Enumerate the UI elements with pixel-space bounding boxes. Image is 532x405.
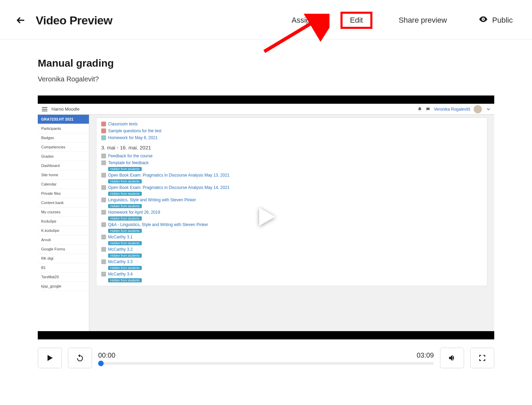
activity-icon: [101, 272, 106, 277]
sidebar-item: Dashboard: [38, 161, 89, 170]
content-link: Template for feedback: [101, 159, 482, 166]
play-icon: [252, 203, 280, 230]
hidden-badge: Hidden from students: [108, 241, 142, 245]
activity-icon: [101, 185, 106, 190]
video-title: Manual grading: [38, 57, 494, 69]
fullscreen-button[interactable]: [470, 348, 494, 368]
play-button[interactable]: [38, 348, 62, 368]
sidebar-item: Competencies: [38, 143, 89, 152]
video-frame: Harno Moodle Veronika Rogalevitš GRA7233…: [38, 95, 494, 339]
moodle-brand: Harno Moodle: [51, 106, 80, 112]
activity-icon: [101, 235, 106, 239]
video-controls: 00:00 03:09: [38, 348, 494, 368]
content-link: Open Book Exam: Pragmatics in Discourse …: [101, 184, 482, 191]
play-icon: [45, 353, 54, 362]
avatar: [474, 105, 482, 113]
content-link: Q&A - Linguistics, Style and Writing wit…: [101, 221, 482, 228]
seek-thumb[interactable]: [98, 361, 104, 366]
sidebar-item: Site home: [38, 170, 89, 180]
sidebar-item: TarsMat20: [38, 272, 89, 282]
moodle-user-area: Veronika Rogalevitš: [417, 105, 490, 113]
assign-button[interactable]: Assign: [286, 12, 320, 28]
hidden-badge: Hidden from students: [108, 179, 142, 183]
content-link: Classroom texts: [101, 121, 482, 127]
duration: 03:09: [417, 351, 434, 359]
hidden-badge: Hidden from students: [108, 204, 142, 208]
bell-icon: [417, 107, 422, 112]
sidebar-item: Koduõpe: [38, 217, 89, 226]
file-icon: [101, 122, 106, 126]
content-link: Sample questions for the test: [101, 127, 482, 134]
sidebar-item: Calendar: [38, 180, 89, 189]
moodle-username: Veronika Rogalevitš: [434, 107, 470, 112]
content-link: McCarthy 3.2: [101, 246, 482, 253]
sidebar-item: Arvuti: [38, 235, 89, 245]
hidden-badge: Hidden from students: [108, 254, 142, 258]
sidebar-item: My courses: [38, 207, 89, 217]
content-link: McCarthy 3.4: [101, 271, 482, 278]
rewind-icon: [76, 353, 84, 362]
activity-icon: [101, 198, 106, 202]
visibility-toggle[interactable]: Public: [473, 11, 518, 30]
volume-icon: [448, 353, 456, 362]
back-button[interactable]: [14, 13, 27, 27]
edit-button[interactable]: Edit: [340, 12, 373, 29]
content-link: McCarthy 3.1: [101, 234, 482, 240]
moodle-card: Classroom textsSample questions for the …: [96, 117, 487, 286]
volume-button[interactable]: [440, 348, 464, 368]
content-link: Feedback for the course: [101, 153, 482, 159]
eye-icon: [478, 14, 488, 26]
top-actions: Assign Edit Share preview Public: [286, 11, 518, 30]
hidden-badge: Hidden from students: [108, 216, 142, 221]
activity-icon: [101, 247, 106, 252]
visibility-label: Public: [492, 16, 513, 25]
sidebar-item: Participants: [38, 124, 89, 133]
content-link: McCarthy 3.3: [101, 258, 482, 265]
sidebar-item: Private files: [38, 189, 89, 198]
sidebar-item: Google Forms: [38, 245, 89, 254]
activity-icon: [101, 210, 106, 215]
fullscreen-icon: [478, 353, 487, 362]
sidebar-item: kjsp_google: [38, 282, 89, 291]
content-link: Linguistics, Style and Writing with Stev…: [101, 196, 482, 203]
sidebar-item: K.koduõpe: [38, 226, 89, 235]
chevron-down-icon: [487, 108, 490, 111]
file-icon: [101, 128, 106, 133]
hamburger-icon: [42, 107, 47, 111]
sidebar-item: Content bank: [38, 198, 89, 207]
moodle-topbar: Harno Moodle Veronika Rogalevitš: [38, 104, 494, 115]
content-link: Open Book Exam: Pragmatics in Discourse …: [101, 172, 482, 179]
moodle-sidebar: GRA7233.HT 2021ParticipantsBadgesCompete…: [38, 115, 89, 331]
seek-bar[interactable]: [98, 362, 434, 365]
section-heading: 3. mai - 16. mai. 2021: [101, 145, 482, 150]
hidden-badge: Hidden from students: [108, 167, 142, 171]
video-author: Veronika Rogalevit?: [38, 75, 494, 83]
share-preview-button[interactable]: Share preview: [393, 12, 452, 28]
hidden-badge: Hidden from students: [108, 229, 142, 233]
arrow-left-icon: [16, 15, 25, 25]
activity-icon: [101, 259, 106, 264]
time-track: 00:00 03:09: [98, 351, 434, 365]
activity-icon: [101, 154, 106, 158]
sidebar-item: RK digi: [38, 254, 89, 263]
rewind-button[interactable]: [68, 348, 92, 368]
main-content: Manual grading Veronika Rogalevit? Harno…: [0, 40, 532, 389]
moodle-content: Classroom textsSample questions for the …: [89, 115, 494, 331]
activity-icon: [101, 222, 106, 227]
hidden-badge: Hidden from students: [108, 266, 142, 270]
activity-icon: [101, 160, 106, 165]
activity-icon: [101, 173, 106, 178]
content-link: Homework for May 6, 2021: [101, 134, 482, 141]
sidebar-item: Badges: [38, 133, 89, 143]
sidebar-item: Grades: [38, 152, 89, 161]
chat-icon: [426, 107, 430, 112]
topbar: Video Preview Assign Edit Share preview …: [0, 0, 532, 40]
hidden-badge: Hidden from students: [108, 192, 142, 196]
sidebar-item: B1: [38, 263, 89, 272]
play-overlay-button[interactable]: [252, 203, 280, 232]
sidebar-item: GRA7233.HT 2021: [38, 115, 89, 124]
hidden-badge: Hidden from students: [108, 278, 142, 282]
content-link: Homework for April 26, 2019: [101, 209, 482, 216]
current-time: 00:00: [98, 351, 115, 359]
file-icon: [101, 135, 106, 140]
